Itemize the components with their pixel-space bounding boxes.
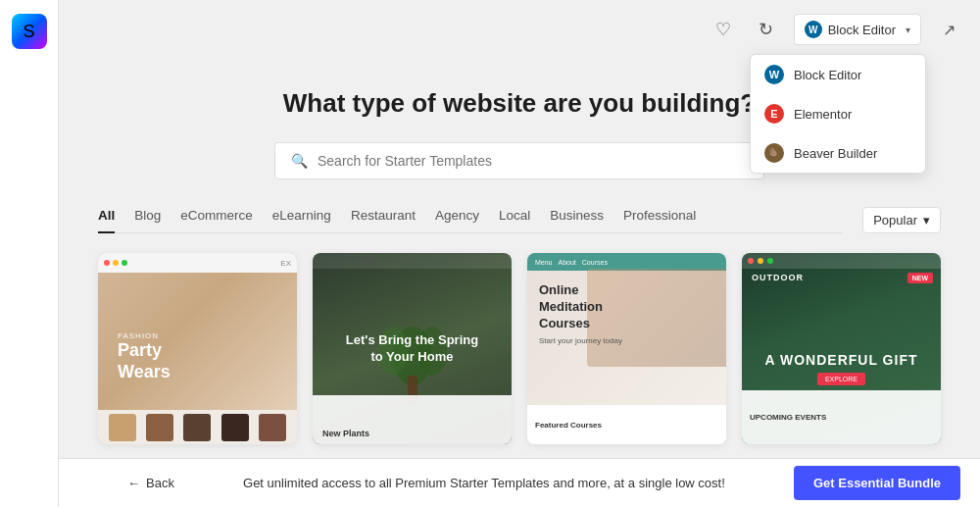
featured-label: Featured Courses	[535, 421, 602, 430]
sort-label: Popular	[873, 213, 917, 228]
search-bar: 🔍	[274, 142, 764, 179]
dot-red	[748, 258, 754, 264]
block-editor-icon: W	[764, 65, 784, 84]
tab-local[interactable]: Local	[499, 208, 530, 232]
card-title: A WONDERFUL GIFT EXPLORE	[752, 352, 931, 385]
template-card-meditation[interactable]: Menu About Courses OnlineMeditationCours…	[527, 253, 726, 444]
thumb-4	[221, 414, 249, 441]
elementor-icon: E	[764, 104, 784, 124]
dot-green	[122, 260, 127, 266]
main-area: ♡ ↻ W Block Editor ▾ ↗ W Block Editor E …	[59, 0, 980, 507]
tab-restaurant[interactable]: Restaurant	[351, 208, 416, 232]
dot-yellow	[758, 258, 763, 264]
tab-business[interactable]: Business	[550, 208, 604, 232]
new-badge: NEW	[907, 273, 933, 283]
editor-selector-label: Block Editor	[828, 23, 896, 37]
dropdown-item-block-editor[interactable]: W Block Editor	[751, 55, 925, 94]
external-link-icon[interactable]: ↗	[933, 14, 964, 45]
refresh-icon[interactable]: ↻	[751, 14, 782, 45]
tab-professional[interactable]: Professional	[623, 208, 696, 232]
tab-blog[interactable]: Blog	[134, 208, 161, 232]
editor-dropdown-menu: W Block Editor E Elementor 🦫 Beaver Buil…	[750, 54, 926, 174]
sort-dropdown[interactable]: Popular ▾	[862, 207, 941, 233]
card-topbar	[742, 253, 941, 269]
card-cta: EXPLORE	[817, 373, 865, 385]
card-subtitle: New Plants	[322, 429, 369, 438]
wp-icon: W	[805, 21, 822, 38]
favorite-icon[interactable]: ♡	[708, 14, 739, 45]
editor-selector-button[interactable]: W Block Editor ▾	[794, 14, 921, 45]
dot-red	[104, 260, 110, 266]
block-editor-label: Block Editor	[794, 68, 861, 82]
filter-tabs: All Blog eCommerce eLearning Restaurant …	[98, 208, 843, 233]
tab-elearning[interactable]: eLearning	[272, 208, 331, 232]
thumb-2	[146, 414, 173, 441]
promo-text: Get unlimited access to all Premium Star…	[174, 476, 794, 490]
template-card-party-wears[interactable]: EX fashion PartyWears	[98, 253, 297, 444]
dot-green	[767, 258, 773, 264]
template-card-plants[interactable]: Let's Bring the Springto Your Home New P…	[313, 253, 512, 444]
elementor-label: Elementor	[794, 107, 852, 122]
search-icon: 🔍	[291, 153, 308, 169]
dropdown-item-elementor[interactable]: E Elementor	[751, 94, 925, 133]
get-essential-bundle-button[interactable]: Get Essential Bundle	[794, 466, 960, 500]
bottom-bar: ← Back Get unlimited access to all Premi…	[59, 458, 980, 507]
card-title: PartyWears	[118, 340, 277, 382]
card-featured-section: Featured Courses	[527, 405, 726, 444]
chevron-down-icon: ▾	[906, 25, 910, 35]
back-arrow-icon: ←	[127, 476, 140, 490]
topbar: ♡ ↻ W Block Editor ▾ ↗	[59, 0, 980, 59]
card-thumbnails	[98, 410, 297, 444]
template-card-outdoor[interactable]: OUTDOOR NEW A WONDERFUL GIFT EXPLORE UPC…	[742, 253, 941, 444]
tab-all[interactable]: All	[98, 208, 115, 232]
thumb-5	[259, 414, 286, 441]
card-subtitle: Start your journey today	[539, 336, 714, 345]
template-grid: EX fashion PartyWears	[98, 253, 941, 444]
tab-ecommerce[interactable]: eCommerce	[180, 208, 253, 232]
outdoor-logo: OUTDOOR	[752, 273, 804, 282]
card-center-text: Let's Bring the Springto Your Home	[346, 332, 478, 366]
tab-agency[interactable]: Agency	[435, 208, 479, 232]
card-tag: fashion	[118, 331, 277, 340]
card-bottom-strip: New Plants	[313, 395, 512, 444]
sort-chevron-icon: ▾	[923, 213, 930, 228]
card-nav	[313, 253, 512, 269]
thumb-1	[109, 414, 136, 441]
app-logo: S	[12, 14, 47, 49]
beaver-builder-icon: 🦫	[764, 143, 784, 163]
dot-yellow	[113, 260, 119, 266]
search-input[interactable]	[318, 153, 748, 169]
sidebar: S	[0, 0, 59, 507]
card-title: OnlineMeditationCourses	[539, 282, 714, 332]
thumb-3	[183, 414, 211, 441]
back-button[interactable]: ← Back	[127, 476, 174, 490]
events-label: UPCOMING EVENTS	[750, 413, 826, 422]
back-label: Back	[146, 476, 174, 490]
card-topbar: EX	[98, 253, 297, 273]
beaver-builder-label: Beaver Builder	[794, 146, 877, 161]
dropdown-item-beaver-builder[interactable]: 🦫 Beaver Builder	[751, 133, 925, 173]
card-bottom-strip: UPCOMING EVENTS	[742, 390, 941, 444]
